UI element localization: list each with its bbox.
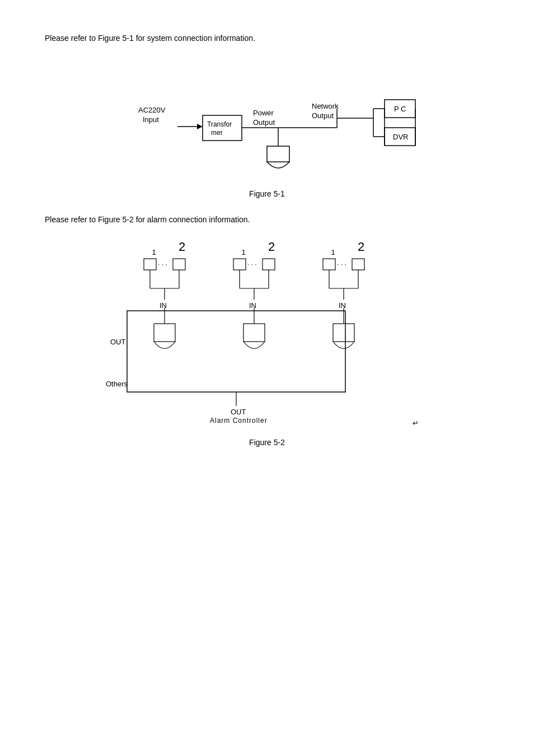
svg-text:IN: IN: [249, 301, 256, 310]
svg-text:Power: Power: [253, 109, 274, 117]
ups-bottom: [267, 162, 289, 168]
svg-text:2: 2: [268, 241, 275, 254]
svg-text:↵: ↵: [413, 419, 419, 427]
svg-text:Others: Others: [106, 380, 128, 388]
svg-text:2: 2: [179, 241, 185, 254]
camera3-body: [333, 324, 354, 342]
camera2-bottom: [243, 342, 265, 349]
intro-text-2: Please refer to Figure 5-2 for alarm con…: [45, 215, 489, 224]
svg-text:OUT: OUT: [110, 338, 126, 346]
svg-text:1: 1: [331, 248, 335, 256]
ac220v-label: AC220V: [138, 106, 166, 114]
figure-5-2-diagram: 1 2 · · · IN 1 2 · · · IN 1 2 · · ·: [93, 241, 441, 431]
intro-text-1: Please refer to Figure 5-1 for system co…: [45, 34, 489, 43]
svg-text:1: 1: [241, 248, 245, 256]
svg-text:· · ·: · · ·: [247, 260, 257, 268]
svg-text:IN: IN: [339, 301, 346, 310]
svg-text:· · ·: · · ·: [337, 260, 346, 268]
svg-text:2: 2: [358, 241, 364, 254]
svg-text:P C: P C: [394, 105, 406, 113]
svg-text:Alarm Controller: Alarm Controller: [210, 417, 268, 424]
g3-box2: [352, 259, 364, 270]
figure-5-2-caption: Figure 5-2: [249, 438, 285, 447]
main-controller-box: [127, 311, 345, 392]
figure-5-1-diagram: AC220V Input Transfor mer Power Output N…: [105, 59, 429, 183]
g2-box1: [233, 259, 246, 270]
g3-box1: [323, 259, 335, 270]
camera1-body: [154, 324, 175, 342]
svg-text:Output: Output: [253, 118, 275, 127]
svg-marker-1: [197, 124, 203, 129]
figure-5-1-container: AC220V Input Transfor mer Power Output N…: [45, 59, 489, 198]
svg-text:Transfor: Transfor: [207, 120, 232, 128]
svg-text:· · ·: · · ·: [158, 260, 167, 268]
svg-text:DVR: DVR: [393, 133, 408, 141]
figure-5-1-caption: Figure 5-1: [249, 189, 285, 198]
ups-body: [267, 146, 289, 162]
svg-text:Network: Network: [312, 102, 339, 110]
svg-text:OUT: OUT: [231, 408, 246, 416]
svg-text:IN: IN: [160, 301, 167, 310]
svg-text:1: 1: [152, 248, 156, 256]
camera3-bottom: [333, 342, 354, 349]
g1-box1: [144, 259, 156, 270]
svg-text:mer: mer: [211, 129, 223, 137]
input-label: Input: [143, 115, 159, 124]
camera1-bottom: [154, 342, 175, 349]
g1-box2: [173, 259, 185, 270]
figure-5-2-container: 1 2 · · · IN 1 2 · · · IN 1 2 · · ·: [45, 241, 489, 447]
camera2-body: [243, 324, 265, 342]
svg-text:Output: Output: [312, 111, 334, 120]
g2-box2: [263, 259, 275, 270]
